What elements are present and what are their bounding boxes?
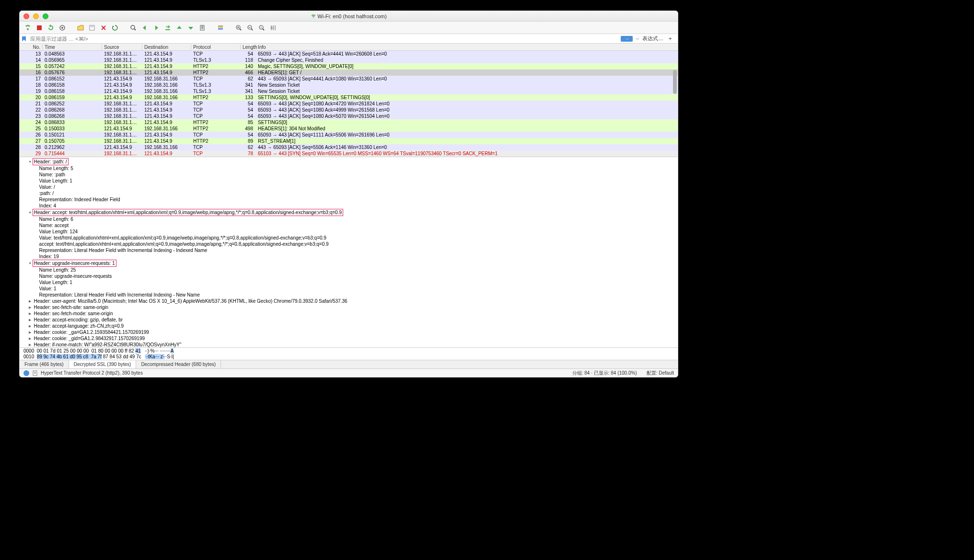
zoom-out-button[interactable]: [245, 23, 255, 33]
expert-info-icon[interactable]: [23, 370, 29, 376]
detail-line[interactable]: Index: 4: [20, 203, 678, 209]
packet-row[interactable]: 210.086252192.168.31.1…121.43.154.9TCP54…: [20, 101, 678, 107]
detail-line[interactable]: Header: sec-fetch-mode: same-origin: [20, 310, 678, 317]
go-first-button[interactable]: [174, 23, 185, 33]
close-file-button[interactable]: [98, 23, 109, 33]
detail-line[interactable]: Header: if-none-match: W/"a992-RSZ4Ct98U…: [20, 342, 678, 347]
packet-row[interactable]: 260.150121192.168.31.1…121.43.154.9TCP54…: [20, 132, 678, 138]
detail-line[interactable]: Representation: Literal Header Field wit…: [20, 247, 678, 253]
zoom-reset-button[interactable]: 1: [256, 23, 267, 33]
packet-row[interactable]: 290.715444192.168.31.1…121.43.154.9TCP78…: [20, 150, 678, 157]
resize-columns-button[interactable]: [268, 23, 278, 33]
detail-line[interactable]: Representation: Indexed Header Field: [20, 196, 678, 203]
packet-row[interactable]: 200.086159121.43.154.9192.168.31.166HTTP…: [20, 94, 678, 101]
column-header-protocol[interactable]: Protocol: [191, 45, 241, 50]
detail-line[interactable]: Index: 19: [20, 253, 678, 260]
packet-row[interactable]: 250.150033121.43.154.9192.168.31.166HTTP…: [20, 126, 678, 132]
save-file-button[interactable]: [87, 23, 97, 33]
go-last-button[interactable]: [186, 23, 196, 33]
svg-point-5: [131, 25, 135, 29]
detail-line[interactable]: Header: :path: /: [20, 158, 678, 165]
packet-details-pane[interactable]: Header: :path: / Name Length: 5 Name: :p…: [20, 157, 678, 347]
detail-line[interactable]: Name Length: 5: [20, 165, 678, 171]
detail-line[interactable]: accept: text/html,application/xhtml+xml,…: [20, 241, 678, 247]
column-header-source[interactable]: Source: [102, 45, 142, 50]
go-to-packet-button[interactable]: [162, 23, 173, 33]
detail-line[interactable]: Value: 1: [20, 286, 678, 292]
detail-line[interactable]: Value Length: 124: [20, 229, 678, 235]
detail-line[interactable]: Value: /: [20, 184, 678, 190]
column-header-no[interactable]: No.: [20, 45, 43, 50]
tab-decompressed-header[interactable]: Decompressed Header (680 bytes): [136, 360, 221, 368]
filter-bookmark-icon[interactable]: [20, 36, 28, 42]
packet-row[interactable]: 280.212962121.43.154.9192.168.31.166TCP6…: [20, 144, 678, 150]
maximize-button[interactable]: [43, 13, 48, 19]
packet-bytes-pane[interactable]: 0000 00 01 7d 01 25 00 00 00 01 80 00 00…: [20, 347, 678, 360]
packet-row[interactable]: 230.086268192.168.31.1…121.43.154.9TCP54…: [20, 113, 678, 119]
detail-line[interactable]: Header: accept: text/html,application/xh…: [20, 209, 678, 216]
detail-line[interactable]: Value Length: 1: [20, 178, 678, 184]
detail-line[interactable]: Header: upgrade-insecure-requests: 1: [20, 260, 678, 267]
titlebar[interactable]: Wi-Fi: en0 (host halfrost.com): [20, 11, 678, 22]
detail-line[interactable]: Value Length: 1: [20, 279, 678, 286]
detail-line[interactable]: Header: user-agent: Mozilla/5.0 (Macinto…: [20, 298, 678, 304]
column-header-length[interactable]: Length: [241, 45, 255, 50]
colorize-button[interactable]: [215, 23, 226, 33]
packet-row[interactable]: 180.086158121.43.154.9192.168.31.166TLSv…: [20, 82, 678, 88]
detail-line[interactable]: :path: /: [20, 190, 678, 196]
packet-row[interactable]: 170.086152121.43.154.9192.168.31.166TCP6…: [20, 76, 678, 82]
column-header-info[interactable]: Info: [255, 45, 678, 50]
packet-row[interactable]: 240.086833192.168.31.1…121.43.154.9HTTP2…: [20, 119, 678, 126]
close-button[interactable]: [23, 13, 29, 19]
detail-line[interactable]: Header: cookie: _gid=GA1.2.98432917.1570…: [20, 335, 678, 342]
wifi-icon: [311, 14, 315, 19]
find-button[interactable]: [128, 23, 139, 33]
add-filter-button[interactable]: +: [666, 35, 674, 42]
packet-list-body[interactable]: 130.048563192.168.31.1…121.43.154.9TCP54…: [20, 51, 678, 157]
auto-scroll-button[interactable]: [197, 23, 208, 33]
detail-line[interactable]: Name Length: 25: [20, 267, 678, 273]
zoom-in-button[interactable]: [233, 23, 244, 33]
packet-row[interactable]: 160.057676192.168.31.1…121.43.154.9HTTP2…: [20, 69, 678, 76]
detail-line[interactable]: Representation: Literal Header Field wit…: [20, 292, 678, 298]
expression-button[interactable]: 表达式…: [642, 35, 663, 42]
reload-button[interactable]: [110, 23, 120, 33]
minimize-button[interactable]: [33, 13, 39, 19]
packet-list-header[interactable]: No. Time Source Destination Protocol Len…: [20, 44, 678, 51]
column-header-time[interactable]: Time: [43, 45, 102, 50]
detail-line[interactable]: Name Length: 6: [20, 216, 678, 222]
display-filter-input[interactable]: [28, 36, 621, 42]
column-header-destination[interactable]: Destination: [142, 45, 191, 50]
capture-options-button[interactable]: [57, 23, 68, 33]
go-forward-button[interactable]: [151, 23, 162, 33]
detail-line[interactable]: Header: accept-language: zh-CN,zh;q=0.9: [20, 323, 678, 329]
tab-frame[interactable]: Frame (466 bytes): [20, 360, 69, 368]
stop-capture-button[interactable]: [34, 23, 45, 33]
go-back-button[interactable]: [139, 23, 150, 33]
start-capture-button[interactable]: [23, 23, 33, 33]
filter-apply-button[interactable]: →: [621, 36, 633, 42]
detail-line[interactable]: Header: sec-fetch-site: same-origin: [20, 304, 678, 310]
tab-decrypted-ssl[interactable]: Decrypted SSL (390 bytes): [69, 360, 137, 368]
detail-line[interactable]: Name: accept: [20, 222, 678, 229]
traffic-lights: [23, 13, 48, 19]
detail-line[interactable]: Header: cookie: _ga=GA1.2.1593584421.157…: [20, 329, 678, 335]
packet-row[interactable]: 220.086268192.168.31.1…121.43.154.9TCP54…: [20, 107, 678, 113]
scrollbar-thumb[interactable]: [673, 70, 677, 94]
packet-row[interactable]: 140.056965192.168.31.1…121.43.154.9TLSv1…: [20, 57, 678, 63]
status-profile[interactable]: 配置: Default: [647, 370, 674, 377]
statusbar: HyperText Transfer Protocol 2 (http2), 3…: [20, 368, 678, 377]
detail-line[interactable]: Header: accept-encoding: gzip, deflate, …: [20, 317, 678, 323]
packet-row[interactable]: 190.086158121.43.154.9192.168.31.166TLSv…: [20, 88, 678, 94]
packet-row[interactable]: 150.057242192.168.31.1…121.43.154.9HTTP2…: [20, 63, 678, 69]
packet-row[interactable]: 270.150705192.168.31.1…121.43.154.9HTTP2…: [20, 138, 678, 144]
detail-line[interactable]: Name: :path: [20, 171, 678, 178]
packet-row[interactable]: 130.048563192.168.31.1…121.43.154.9TCP54…: [20, 51, 678, 57]
detail-line[interactable]: Name: upgrade-insecure-requests: [20, 273, 678, 279]
svg-line-24: [263, 29, 264, 30]
restart-capture-button[interactable]: [46, 23, 56, 33]
open-file-button[interactable]: [75, 23, 86, 33]
filter-dropdown-icon[interactable]: [636, 37, 639, 41]
capture-file-properties-icon[interactable]: [32, 370, 38, 376]
detail-line[interactable]: Value: text/html,application/xhtml+xml,a…: [20, 235, 678, 241]
